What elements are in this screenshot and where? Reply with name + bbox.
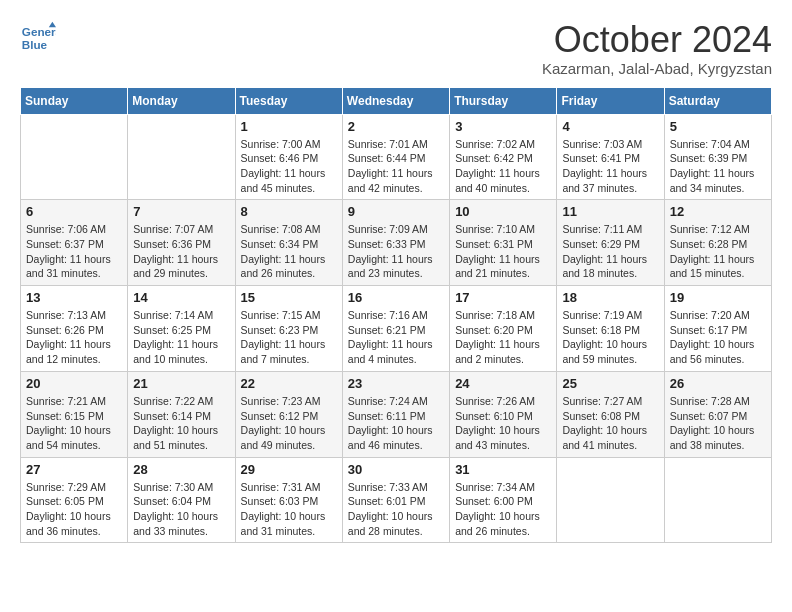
day-info: Sunrise: 7:07 AMSunset: 6:36 PMDaylight:…	[133, 222, 229, 281]
day-number: 9	[348, 204, 444, 219]
calendar-cell: 29Sunrise: 7:31 AMSunset: 6:03 PMDayligh…	[235, 457, 342, 543]
day-number: 6	[26, 204, 122, 219]
day-info: Sunrise: 7:33 AMSunset: 6:01 PMDaylight:…	[348, 480, 444, 539]
calendar-header-row: SundayMondayTuesdayWednesdayThursdayFrid…	[21, 87, 772, 114]
day-number: 19	[670, 290, 766, 305]
day-number: 17	[455, 290, 551, 305]
day-info: Sunrise: 7:24 AMSunset: 6:11 PMDaylight:…	[348, 394, 444, 453]
day-number: 27	[26, 462, 122, 477]
calendar-cell: 21Sunrise: 7:22 AMSunset: 6:14 PMDayligh…	[128, 371, 235, 457]
day-info: Sunrise: 7:11 AMSunset: 6:29 PMDaylight:…	[562, 222, 658, 281]
calendar-week-row: 27Sunrise: 7:29 AMSunset: 6:05 PMDayligh…	[21, 457, 772, 543]
day-number: 22	[241, 376, 337, 391]
calendar-cell: 18Sunrise: 7:19 AMSunset: 6:18 PMDayligh…	[557, 286, 664, 372]
calendar-cell: 30Sunrise: 7:33 AMSunset: 6:01 PMDayligh…	[342, 457, 449, 543]
calendar-cell: 8Sunrise: 7:08 AMSunset: 6:34 PMDaylight…	[235, 200, 342, 286]
day-number: 2	[348, 119, 444, 134]
calendar-cell: 20Sunrise: 7:21 AMSunset: 6:15 PMDayligh…	[21, 371, 128, 457]
weekday-header-tuesday: Tuesday	[235, 87, 342, 114]
weekday-header-monday: Monday	[128, 87, 235, 114]
calendar-cell: 12Sunrise: 7:12 AMSunset: 6:28 PMDayligh…	[664, 200, 771, 286]
day-number: 13	[26, 290, 122, 305]
day-info: Sunrise: 7:03 AMSunset: 6:41 PMDaylight:…	[562, 137, 658, 196]
weekday-header-friday: Friday	[557, 87, 664, 114]
calendar-cell: 5Sunrise: 7:04 AMSunset: 6:39 PMDaylight…	[664, 114, 771, 200]
calendar-cell: 2Sunrise: 7:01 AMSunset: 6:44 PMDaylight…	[342, 114, 449, 200]
day-number: 31	[455, 462, 551, 477]
title-block: October 2024 Kazarman, Jalal-Abad, Kyrgy…	[542, 20, 772, 77]
day-number: 25	[562, 376, 658, 391]
day-info: Sunrise: 7:10 AMSunset: 6:31 PMDaylight:…	[455, 222, 551, 281]
day-info: Sunrise: 7:19 AMSunset: 6:18 PMDaylight:…	[562, 308, 658, 367]
day-info: Sunrise: 7:28 AMSunset: 6:07 PMDaylight:…	[670, 394, 766, 453]
calendar-cell: 9Sunrise: 7:09 AMSunset: 6:33 PMDaylight…	[342, 200, 449, 286]
calendar-cell: 28Sunrise: 7:30 AMSunset: 6:04 PMDayligh…	[128, 457, 235, 543]
day-info: Sunrise: 7:06 AMSunset: 6:37 PMDaylight:…	[26, 222, 122, 281]
calendar-cell: 17Sunrise: 7:18 AMSunset: 6:20 PMDayligh…	[450, 286, 557, 372]
calendar-cell	[21, 114, 128, 200]
day-info: Sunrise: 7:15 AMSunset: 6:23 PMDaylight:…	[241, 308, 337, 367]
logo: General Blue General Blue	[20, 20, 56, 56]
calendar-week-row: 20Sunrise: 7:21 AMSunset: 6:15 PMDayligh…	[21, 371, 772, 457]
calendar-cell: 15Sunrise: 7:15 AMSunset: 6:23 PMDayligh…	[235, 286, 342, 372]
calendar-cell: 27Sunrise: 7:29 AMSunset: 6:05 PMDayligh…	[21, 457, 128, 543]
day-number: 5	[670, 119, 766, 134]
month-title: October 2024	[542, 20, 772, 60]
weekday-header-saturday: Saturday	[664, 87, 771, 114]
day-info: Sunrise: 7:23 AMSunset: 6:12 PMDaylight:…	[241, 394, 337, 453]
day-number: 12	[670, 204, 766, 219]
calendar-week-row: 1Sunrise: 7:00 AMSunset: 6:46 PMDaylight…	[21, 114, 772, 200]
day-info: Sunrise: 7:21 AMSunset: 6:15 PMDaylight:…	[26, 394, 122, 453]
calendar-cell: 25Sunrise: 7:27 AMSunset: 6:08 PMDayligh…	[557, 371, 664, 457]
day-info: Sunrise: 7:34 AMSunset: 6:00 PMDaylight:…	[455, 480, 551, 539]
calendar-cell: 14Sunrise: 7:14 AMSunset: 6:25 PMDayligh…	[128, 286, 235, 372]
day-info: Sunrise: 7:08 AMSunset: 6:34 PMDaylight:…	[241, 222, 337, 281]
day-number: 16	[348, 290, 444, 305]
day-info: Sunrise: 7:27 AMSunset: 6:08 PMDaylight:…	[562, 394, 658, 453]
calendar-cell: 11Sunrise: 7:11 AMSunset: 6:29 PMDayligh…	[557, 200, 664, 286]
day-info: Sunrise: 7:30 AMSunset: 6:04 PMDaylight:…	[133, 480, 229, 539]
weekday-header-sunday: Sunday	[21, 87, 128, 114]
day-number: 14	[133, 290, 229, 305]
calendar-cell: 31Sunrise: 7:34 AMSunset: 6:00 PMDayligh…	[450, 457, 557, 543]
day-info: Sunrise: 7:13 AMSunset: 6:26 PMDaylight:…	[26, 308, 122, 367]
day-info: Sunrise: 7:31 AMSunset: 6:03 PMDaylight:…	[241, 480, 337, 539]
day-number: 26	[670, 376, 766, 391]
logo-icon: General Blue	[20, 20, 56, 56]
day-number: 8	[241, 204, 337, 219]
calendar-cell: 24Sunrise: 7:26 AMSunset: 6:10 PMDayligh…	[450, 371, 557, 457]
day-number: 24	[455, 376, 551, 391]
day-info: Sunrise: 7:22 AMSunset: 6:14 PMDaylight:…	[133, 394, 229, 453]
calendar-cell: 22Sunrise: 7:23 AMSunset: 6:12 PMDayligh…	[235, 371, 342, 457]
day-info: Sunrise: 7:00 AMSunset: 6:46 PMDaylight:…	[241, 137, 337, 196]
calendar-cell: 7Sunrise: 7:07 AMSunset: 6:36 PMDaylight…	[128, 200, 235, 286]
calendar-table: SundayMondayTuesdayWednesdayThursdayFrid…	[20, 87, 772, 544]
day-info: Sunrise: 7:09 AMSunset: 6:33 PMDaylight:…	[348, 222, 444, 281]
calendar-week-row: 6Sunrise: 7:06 AMSunset: 6:37 PMDaylight…	[21, 200, 772, 286]
day-number: 3	[455, 119, 551, 134]
day-number: 21	[133, 376, 229, 391]
weekday-header-thursday: Thursday	[450, 87, 557, 114]
calendar-cell	[128, 114, 235, 200]
day-number: 23	[348, 376, 444, 391]
day-number: 30	[348, 462, 444, 477]
calendar-cell	[557, 457, 664, 543]
calendar-cell: 3Sunrise: 7:02 AMSunset: 6:42 PMDaylight…	[450, 114, 557, 200]
calendar-cell: 19Sunrise: 7:20 AMSunset: 6:17 PMDayligh…	[664, 286, 771, 372]
day-info: Sunrise: 7:29 AMSunset: 6:05 PMDaylight:…	[26, 480, 122, 539]
calendar-cell: 13Sunrise: 7:13 AMSunset: 6:26 PMDayligh…	[21, 286, 128, 372]
day-info: Sunrise: 7:04 AMSunset: 6:39 PMDaylight:…	[670, 137, 766, 196]
location-subtitle: Kazarman, Jalal-Abad, Kyrgyzstan	[542, 60, 772, 77]
calendar-cell: 10Sunrise: 7:10 AMSunset: 6:31 PMDayligh…	[450, 200, 557, 286]
day-number: 10	[455, 204, 551, 219]
calendar-cell	[664, 457, 771, 543]
day-number: 4	[562, 119, 658, 134]
day-info: Sunrise: 7:26 AMSunset: 6:10 PMDaylight:…	[455, 394, 551, 453]
day-number: 15	[241, 290, 337, 305]
day-number: 7	[133, 204, 229, 219]
day-number: 28	[133, 462, 229, 477]
day-info: Sunrise: 7:01 AMSunset: 6:44 PMDaylight:…	[348, 137, 444, 196]
day-number: 11	[562, 204, 658, 219]
calendar-cell: 6Sunrise: 7:06 AMSunset: 6:37 PMDaylight…	[21, 200, 128, 286]
day-number: 18	[562, 290, 658, 305]
